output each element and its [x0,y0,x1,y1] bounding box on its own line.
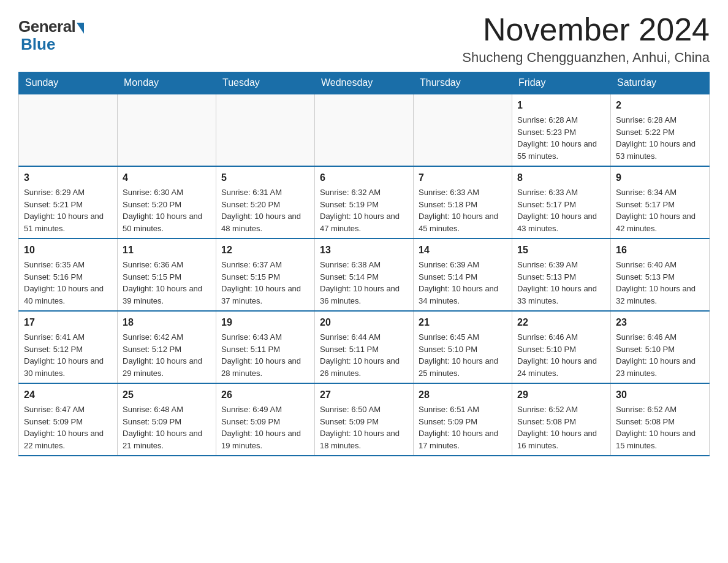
calendar-cell: 16Sunrise: 6:40 AM Sunset: 5:13 PM Dayli… [611,239,710,311]
calendar-cell: 1Sunrise: 6:28 AM Sunset: 5:23 PM Daylig… [512,94,611,166]
title-block: November 2024 Shucheng Chengguanzhen, An… [462,12,710,66]
day-number: 20 [320,315,408,330]
calendar-cell: 28Sunrise: 6:51 AM Sunset: 5:09 PM Dayli… [414,383,512,456]
day-number: 17 [24,315,112,330]
day-number: 29 [517,388,605,402]
calendar-cell: 19Sunrise: 6:43 AM Sunset: 5:11 PM Dayli… [216,311,315,383]
calendar-cell: 3Sunrise: 6:29 AM Sunset: 5:21 PM Daylig… [19,166,118,239]
weekday-header-friday: Friday [512,72,611,94]
calendar-cell [315,94,414,166]
calendar-cell: 15Sunrise: 6:39 AM Sunset: 5:13 PM Dayli… [512,239,611,311]
day-number: 8 [517,170,605,185]
day-number: 5 [221,170,309,185]
day-info: Sunrise: 6:46 AM Sunset: 5:10 PM Dayligh… [616,332,696,378]
weekday-header-thursday: Thursday [414,72,512,94]
calendar-cell [118,94,216,166]
weekday-header-monday: Monday [118,72,216,94]
month-title: November 2024 [462,12,710,47]
calendar-cell: 2Sunrise: 6:28 AM Sunset: 5:22 PM Daylig… [611,94,710,166]
day-info: Sunrise: 6:51 AM Sunset: 5:09 PM Dayligh… [419,405,498,450]
day-number: 26 [221,388,309,402]
day-number: 27 [320,388,408,402]
weekday-header-sunday: Sunday [19,72,118,94]
day-info: Sunrise: 6:50 AM Sunset: 5:09 PM Dayligh… [320,405,400,450]
day-info: Sunrise: 6:33 AM Sunset: 5:17 PM Dayligh… [517,188,597,233]
day-number: 9 [616,170,704,185]
day-info: Sunrise: 6:36 AM Sunset: 5:15 PM Dayligh… [123,260,202,305]
calendar-week-row: 1Sunrise: 6:28 AM Sunset: 5:23 PM Daylig… [19,94,710,166]
day-info: Sunrise: 6:45 AM Sunset: 5:10 PM Dayligh… [419,332,498,378]
day-info: Sunrise: 6:28 AM Sunset: 5:22 PM Dayligh… [616,115,696,161]
day-info: Sunrise: 6:44 AM Sunset: 5:11 PM Dayligh… [320,332,400,378]
day-info: Sunrise: 6:38 AM Sunset: 5:14 PM Dayligh… [320,260,400,305]
calendar-cell: 30Sunrise: 6:52 AM Sunset: 5:08 PM Dayli… [611,383,710,456]
location-title: Shucheng Chengguanzhen, Anhui, China [462,50,710,66]
weekday-header-tuesday: Tuesday [216,72,315,94]
calendar-cell: 27Sunrise: 6:50 AM Sunset: 5:09 PM Dayli… [315,383,414,456]
day-number: 16 [616,243,704,258]
calendar-cell: 11Sunrise: 6:36 AM Sunset: 5:15 PM Dayli… [118,239,216,311]
calendar-cell: 20Sunrise: 6:44 AM Sunset: 5:11 PM Dayli… [315,311,414,383]
day-info: Sunrise: 6:29 AM Sunset: 5:21 PM Dayligh… [24,188,104,233]
logo-blue-text: Blue [21,35,55,54]
day-number: 28 [419,388,507,402]
calendar-cell: 22Sunrise: 6:46 AM Sunset: 5:10 PM Dayli… [512,311,611,383]
calendar-week-row: 17Sunrise: 6:41 AM Sunset: 5:12 PM Dayli… [19,311,710,383]
day-number: 22 [517,315,605,330]
day-number: 4 [123,170,211,185]
calendar-cell: 8Sunrise: 6:33 AM Sunset: 5:17 PM Daylig… [512,166,611,239]
calendar-cell: 4Sunrise: 6:30 AM Sunset: 5:20 PM Daylig… [118,166,216,239]
day-number: 7 [419,170,507,185]
calendar-table: SundayMondayTuesdayWednesdayThursdayFrid… [18,72,710,456]
day-info: Sunrise: 6:41 AM Sunset: 5:12 PM Dayligh… [24,332,104,378]
day-info: Sunrise: 6:35 AM Sunset: 5:16 PM Dayligh… [24,260,104,305]
calendar-cell [19,94,118,166]
calendar-cell: 7Sunrise: 6:33 AM Sunset: 5:18 PM Daylig… [414,166,512,239]
calendar-cell: 14Sunrise: 6:39 AM Sunset: 5:14 PM Dayli… [414,239,512,311]
calendar-cell: 13Sunrise: 6:38 AM Sunset: 5:14 PM Dayli… [315,239,414,311]
weekday-header-saturday: Saturday [611,72,710,94]
logo-general-text: General [18,17,75,36]
weekday-header-row: SundayMondayTuesdayWednesdayThursdayFrid… [19,72,710,94]
day-number: 2 [616,98,704,113]
page-header: General Blue November 2024 Shucheng Chen… [18,12,710,66]
calendar-cell: 5Sunrise: 6:31 AM Sunset: 5:20 PM Daylig… [216,166,315,239]
day-info: Sunrise: 6:39 AM Sunset: 5:14 PM Dayligh… [419,260,498,305]
day-info: Sunrise: 6:37 AM Sunset: 5:15 PM Dayligh… [221,260,301,305]
day-info: Sunrise: 6:40 AM Sunset: 5:13 PM Dayligh… [616,260,696,305]
day-number: 14 [419,243,507,258]
calendar-cell [216,94,315,166]
calendar-cell: 17Sunrise: 6:41 AM Sunset: 5:12 PM Dayli… [19,311,118,383]
calendar-cell: 29Sunrise: 6:52 AM Sunset: 5:08 PM Dayli… [512,383,611,456]
day-info: Sunrise: 6:52 AM Sunset: 5:08 PM Dayligh… [616,405,696,450]
calendar-cell: 21Sunrise: 6:45 AM Sunset: 5:10 PM Dayli… [414,311,512,383]
day-number: 21 [419,315,507,330]
day-number: 18 [123,315,211,330]
weekday-header-wednesday: Wednesday [315,72,414,94]
calendar-cell: 10Sunrise: 6:35 AM Sunset: 5:16 PM Dayli… [19,239,118,311]
calendar-cell: 6Sunrise: 6:32 AM Sunset: 5:19 PM Daylig… [315,166,414,239]
day-info: Sunrise: 6:42 AM Sunset: 5:12 PM Dayligh… [123,332,202,378]
day-info: Sunrise: 6:31 AM Sunset: 5:20 PM Dayligh… [221,188,301,233]
day-info: Sunrise: 6:39 AM Sunset: 5:13 PM Dayligh… [517,260,597,305]
day-number: 25 [123,388,211,402]
day-number: 6 [320,170,408,185]
day-info: Sunrise: 6:46 AM Sunset: 5:10 PM Dayligh… [517,332,597,378]
calendar-cell: 18Sunrise: 6:42 AM Sunset: 5:12 PM Dayli… [118,311,216,383]
day-info: Sunrise: 6:30 AM Sunset: 5:20 PM Dayligh… [123,188,202,233]
day-number: 19 [221,315,309,330]
calendar-week-row: 10Sunrise: 6:35 AM Sunset: 5:16 PM Dayli… [19,239,710,311]
logo-arrow-icon [77,23,84,34]
day-info: Sunrise: 6:49 AM Sunset: 5:09 PM Dayligh… [221,405,301,450]
day-info: Sunrise: 6:33 AM Sunset: 5:18 PM Dayligh… [419,188,498,233]
calendar-cell: 9Sunrise: 6:34 AM Sunset: 5:17 PM Daylig… [611,166,710,239]
logo: General Blue [18,17,84,54]
day-info: Sunrise: 6:48 AM Sunset: 5:09 PM Dayligh… [123,405,202,450]
day-info: Sunrise: 6:34 AM Sunset: 5:17 PM Dayligh… [616,188,696,233]
calendar-cell [414,94,512,166]
calendar-week-row: 24Sunrise: 6:47 AM Sunset: 5:09 PM Dayli… [19,383,710,456]
day-number: 15 [517,243,605,258]
calendar-cell: 25Sunrise: 6:48 AM Sunset: 5:09 PM Dayli… [118,383,216,456]
calendar-week-row: 3Sunrise: 6:29 AM Sunset: 5:21 PM Daylig… [19,166,710,239]
day-number: 1 [517,98,605,113]
